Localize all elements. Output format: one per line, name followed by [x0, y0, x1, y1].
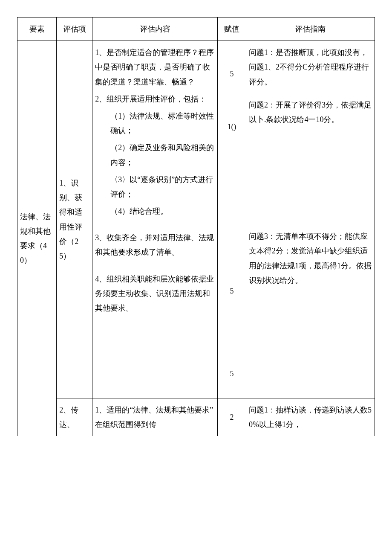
table-header-row: 要素 评估项 评估内容 赋值 评估指南	[17, 17, 375, 41]
cell-yaosu: 法律、法规和其他要求（40）	[17, 41, 57, 436]
cell-pgx-1: 1、识别、获得和适用性评价（25）	[57, 41, 92, 398]
score-1-1: 5	[218, 41, 246, 81]
yaosu-text: 法律、法规和其他要求（40）	[20, 212, 51, 265]
pgx-1-text: 1、识别、获得和适用性评价（25）	[59, 179, 82, 260]
content-1-p4: 4、组织相关职能和层次能够依据业务须要主动收集、识别适用法规和其他要求。	[95, 272, 215, 316]
content-1-p2b: （2）确定及业务和风险相美的内容；	[95, 140, 215, 169]
table-row: 2、传达、 1、适用的“法律、法规和其他要求”在组织范围得到传 2 问题1：抽样…	[17, 398, 375, 436]
col-header-pgnr: 评估内容	[92, 17, 218, 41]
score-1-2: 1()	[218, 81, 246, 134]
content-2-text: 1、适用的“法律、法规和其他要求”在组织范围得到传	[95, 406, 213, 429]
cell-content-1: 1、是否制定适合的管理程序？程序中是否明确了职责，是否明确了收集的渠道？渠道牢靠…	[92, 41, 218, 398]
content-1-p2c: 〈3〉以“逐条识别”的方式进行评价；	[95, 172, 215, 201]
content-1-p2d: （4）结论合理。	[95, 204, 215, 218]
guide-2-text: 问题1：抽样访谈，传递到访谈人数50%以上得1分，	[249, 406, 372, 429]
cell-score-2: 2	[217, 398, 246, 436]
col-header-fuzhi: 赋值	[217, 17, 246, 41]
content-1-p3: 3、收集齐全，并对适用法律、法规和其他要求形成了清单。	[95, 230, 215, 259]
cell-guide-1: 问题1：是否推断顶，此项如没有，问题1、2不得分C分析管理程序进行评分。 问题2…	[246, 41, 375, 398]
cell-guide-2: 问题1：抽样访谈，传递到访谈人数50%以上得1分，	[246, 398, 375, 436]
col-header-zhinan: 评估指南	[246, 17, 375, 41]
content-1-p1: 1、是否制定适合的管理程序？程序中是否明确了职责，是否明确了收集的渠道？渠道牢靠…	[95, 45, 215, 89]
evaluation-table: 要素 评估项 评估内容 赋值 评估指南 法律、法规和其他要求（40） 1、识别、…	[17, 17, 375, 436]
score-1-3: 5	[218, 134, 246, 298]
content-1-p2a: （1）法律法规、标准等时效性确认；	[95, 109, 215, 138]
content-1-p2: 2、组织开展适用性评价，包括：	[95, 92, 215, 106]
cell-scores-1: 5 1() 5 5	[217, 41, 246, 398]
guide-1-g3: 问题3：无清单本项不得分；能供应文本得2分；发觉清单中缺少组织适用的法律法规1项…	[249, 229, 372, 288]
cell-pgx-2: 2、传达、	[57, 398, 92, 436]
score-2-text: 2	[230, 413, 233, 421]
score-1-4: 5	[218, 298, 246, 398]
cell-content-2: 1、适用的“法律、法规和其他要求”在组织范围得到传	[92, 398, 218, 436]
col-header-yaosu: 要素	[17, 17, 57, 41]
pgx-2-text: 2、传达、	[59, 406, 78, 429]
col-header-pgxiang: 评估项	[57, 17, 92, 41]
guide-1-g1: 问题1：是否推断顶，此项如没有，问题1、2不得分C分析管理程序进行评分。	[249, 45, 372, 89]
guide-1-g2: 问题2：开展了评价得3分，依据满足以卜.条款状况给4一10分。	[249, 98, 372, 127]
